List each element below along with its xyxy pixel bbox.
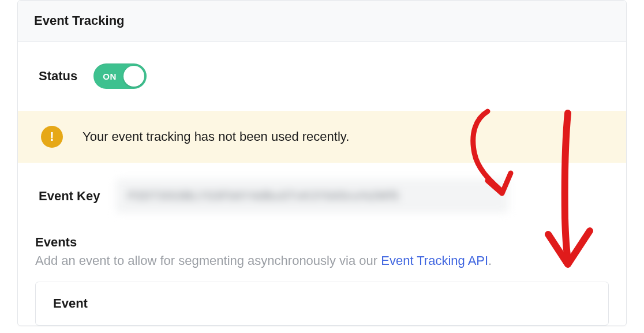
events-section: Events Add an event to allow for segment… [35,235,609,325]
alert-banner: ! Your event tracking has not been used … [18,111,626,163]
toggle-on-label: ON [103,72,117,81]
events-description: Add an event to allow for segmenting asy… [35,252,609,270]
subpanel-title: Event [53,296,591,311]
event-tracking-panel: Event Tracking Status ON ! Your event tr… [17,0,627,326]
status-label: Status [39,69,77,84]
events-heading: Events [35,235,609,250]
event-key-label: Event Key [39,189,100,204]
events-subpanel: Event [35,282,609,325]
alert-message: Your event tracking has not been used re… [83,129,349,144]
toggle-knob [123,66,144,87]
event-key-row: Event Key P2DT3IS3BLYS3Fb6Y4dBuSTvK3Yb0S… [35,179,609,213]
events-desc-prefix: Add an event to allow for segmenting asy… [35,253,381,268]
event-tracking-api-link[interactable]: Event Tracking API [381,253,488,268]
status-row: Status ON [35,63,609,89]
status-toggle[interactable]: ON [93,63,147,89]
warning-icon: ! [41,126,63,148]
panel-body: Status ON ! Your event tracking has not … [18,42,626,325]
panel-header: Event Tracking [18,1,626,42]
panel-title: Event Tracking [34,13,610,28]
event-key-value[interactable]: P2DT3IS3BLYS3Fb6Y4dBuSTvK3Yb0Sru%2Wf5 [116,179,508,213]
events-desc-suffix: . [488,253,492,268]
